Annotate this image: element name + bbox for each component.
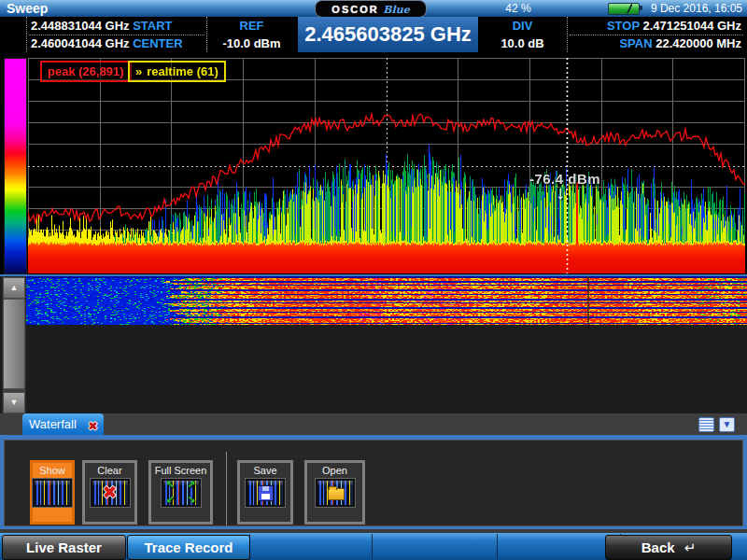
spectrum-canvas[interactable] <box>28 58 745 273</box>
legend-realtime-trace[interactable]: »realtime (61) <box>128 61 226 82</box>
clear-button-label: Clear <box>85 465 134 476</box>
arrow-down-icon: ▼ <box>10 398 19 407</box>
spectrum-area: peak (26,891) »realtime (61) -76.4 dBm ↓ <box>0 52 747 275</box>
arrow-up-icon: ▲ <box>10 283 19 292</box>
battery-percent: 42 % <box>495 2 542 15</box>
waterfall-thumbnail-icon <box>33 479 72 507</box>
stop-span-cell[interactable]: STOP 2.471251044 GHz SPAN 22.420000 MHz <box>567 17 745 52</box>
legend-peak-label: peak (26,891) <box>48 64 124 78</box>
toolbar-panel: Show Clear ✖ Full Screen ↖ ↗ ↙ ↘ Save <box>0 435 747 529</box>
ref-label: REF <box>210 17 293 35</box>
waterfall-scrollbar[interactable]: ▲ ▼ <box>2 276 26 414</box>
ref-cell[interactable]: REF -10.0 dBm <box>206 17 297 52</box>
scroll-down-button[interactable]: ▼ <box>3 392 25 413</box>
back-button[interactable]: Back↵ <box>605 535 732 560</box>
frequency-readout-row: 2.448831044 GHz START 2.460041044 GHz CE… <box>0 17 747 53</box>
fullscreen-arrows-icon: ↖ ↗ ↙ ↘ <box>162 479 201 507</box>
datetime-label: 9 Dec 2016, 16:05 <box>616 2 742 15</box>
tab-waterfall[interactable]: Waterfall ✖ <box>22 413 104 435</box>
div-cell[interactable]: DIV 10.0 dB <box>479 17 566 52</box>
divider <box>497 534 498 559</box>
start-label: START <box>133 19 172 33</box>
folder-icon <box>328 488 345 500</box>
oscor-screen: Sweep OSCOR Blue 42 % 9 Dec 2016, 16:05 … <box>0 0 747 560</box>
legend-peak-trace[interactable]: peak (26,891) <box>40 61 132 82</box>
toolbar-separator <box>226 452 227 525</box>
span-value: 22.420000 MHz <box>655 36 741 50</box>
oscor-logo: OSCOR Blue <box>315 0 427 18</box>
tab-close-icon[interactable]: ✖ <box>88 415 98 437</box>
div-value: 10.0 dB <box>483 35 562 52</box>
clear-waterfall-icon: ✖ <box>91 479 130 507</box>
spectrum-plot[interactable]: peak (26,891) »realtime (61) -76.4 dBm ↓ <box>28 58 745 273</box>
floppy-disk-icon <box>258 485 274 501</box>
start-value: 2.448831044 GHz <box>31 19 130 33</box>
clear-button[interactable]: Clear ✖ <box>82 460 137 525</box>
scroll-thumb[interactable] <box>3 299 25 389</box>
amplitude-colorbar <box>4 58 27 274</box>
legend-realtime-label: realtime (61) <box>147 64 218 78</box>
trace-record-button[interactable]: Trace Record <box>127 535 250 560</box>
stop-value: 2.471251044 GHz <box>642 19 741 33</box>
arrow-se-icon: ↘ <box>187 494 195 506</box>
live-raster-button[interactable]: Live Raster <box>2 535 126 560</box>
save-button-label: Save <box>240 465 290 476</box>
logo-subtext: Blue <box>383 4 409 16</box>
marker-level-label: -76.4 dBm <box>490 171 640 187</box>
toolbar-panel-inner: Show Clear ✖ Full Screen ↖ ↗ ↙ ↘ Save <box>4 440 743 526</box>
save-waterfall-icon <box>246 479 285 507</box>
tuned-frequency-display[interactable]: 2.465603825 GHz <box>298 17 478 52</box>
open-waterfall-icon <box>316 479 355 507</box>
panel-list-icon[interactable] <box>698 417 714 432</box>
return-arrow-icon: ↵ <box>684 539 697 555</box>
waterfall-canvas[interactable] <box>26 276 747 325</box>
divider <box>372 534 373 559</box>
arrow-nw-icon: ↖ <box>166 479 175 491</box>
start-center-cell[interactable]: 2.448831044 GHz START 2.460041044 GHz CE… <box>26 17 207 52</box>
center-label: CENTER <box>133 36 182 50</box>
arrow-down-icon: ▼ <box>720 417 734 431</box>
logo-text: OSCOR <box>331 4 378 15</box>
show-button-label: Show <box>33 465 72 476</box>
dock-down-icon[interactable]: ▼ <box>719 417 735 432</box>
open-button[interactable]: Open <box>304 460 365 525</box>
trace-record-label: Trace Record <box>144 539 233 555</box>
marker-arrow-icon: ↓ <box>556 182 565 203</box>
mode-title: Sweep <box>7 1 48 16</box>
arrow-sw-icon: ↙ <box>166 494 175 506</box>
fullscreen-button[interactable]: Full Screen ↖ ↗ ↙ ↘ <box>148 460 213 525</box>
scroll-up-button[interactable]: ▲ <box>3 277 25 299</box>
bottom-bar: Live Raster Trace Record Back↵ <box>0 533 747 560</box>
title-bar: Sweep OSCOR Blue 42 % 9 Dec 2016, 16:05 <box>0 0 747 18</box>
tab-waterfall-label: Waterfall <box>29 417 77 431</box>
stop-label: STOP <box>607 19 640 33</box>
open-button-label: Open <box>307 465 362 476</box>
fullscreen-button-label: Full Screen <box>151 465 210 476</box>
waterfall-panel: ▲ ▼ <box>0 276 747 413</box>
center-value: 2.460041044 GHz <box>31 36 130 50</box>
show-button[interactable]: Show <box>30 460 75 525</box>
back-label: Back <box>641 539 675 555</box>
save-button[interactable]: Save <box>237 460 293 525</box>
red-x-icon: ✖ <box>92 481 128 505</box>
live-raster-label: Live Raster <box>26 539 102 555</box>
div-label: DIV <box>483 17 562 35</box>
arrow-ne-icon: ↗ <box>187 479 195 491</box>
chevron-right-icon: » <box>135 64 142 78</box>
ref-value: -10.0 dBm <box>210 35 293 52</box>
tab-bar: Waterfall ✖ ▼ <box>0 413 747 435</box>
span-label: SPAN <box>619 36 652 50</box>
